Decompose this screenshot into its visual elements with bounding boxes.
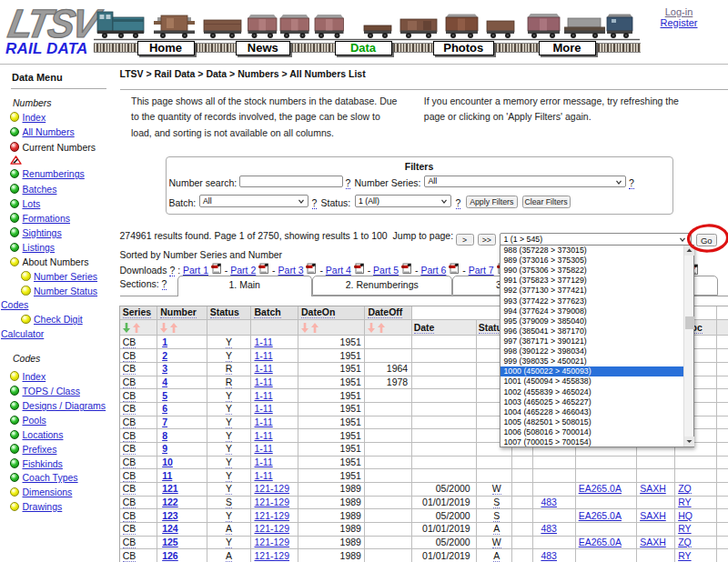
svg-text:LTSV: LTSV: [5, 1, 106, 43]
